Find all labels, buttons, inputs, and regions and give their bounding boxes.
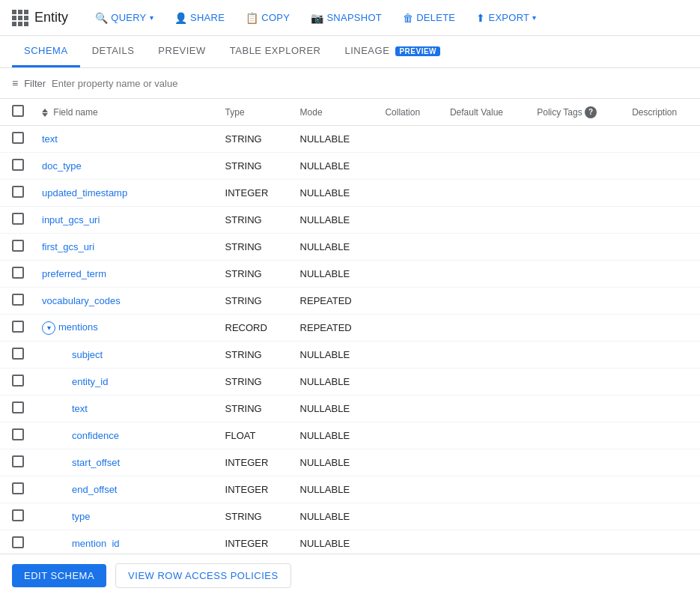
snapshot-button[interactable]: 📷 SNAPSHOT [302, 7, 391, 28]
tab-table-explorer[interactable]: TABLE EXPLORER [218, 36, 333, 67]
field-mode: NULLABLE [291, 207, 377, 234]
share-button[interactable]: 👤 SHARE [165, 7, 234, 28]
field-name-link[interactable]: mention_id [72, 538, 120, 548]
field-name-link[interactable]: text [72, 403, 88, 414]
row-checkbox[interactable] [12, 348, 24, 360]
table-row: textSTRINGNULLABLE [0, 126, 700, 153]
filter-icon: ≡ [12, 77, 18, 89]
field-mode: NULLABLE [291, 153, 377, 180]
delete-button[interactable]: 🗑 DELETE [394, 7, 464, 28]
table-row: vocabulary_codesSTRINGREPEATED [0, 288, 700, 315]
tab-details[interactable]: DETAILS [80, 36, 147, 67]
query-button[interactable]: 🔍 QUERY ▾ [86, 7, 162, 28]
row-checkbox[interactable] [12, 482, 24, 494]
table-row: preferred_termSTRINGNULLABLE [0, 261, 700, 288]
field-mode: NULLABLE [291, 530, 377, 549]
row-checkbox[interactable] [12, 401, 24, 413]
field-description [623, 396, 700, 422]
field-collation [376, 503, 440, 530]
row-checkbox[interactable] [12, 321, 24, 333]
field-policy-tags [528, 503, 623, 530]
row-checkbox[interactable] [12, 159, 24, 171]
field-description [623, 180, 700, 207]
tab-schema[interactable]: SCHEMA [12, 36, 80, 67]
policy-tags-column-header: Policy Tags ? [528, 99, 623, 126]
field-name-link[interactable]: vocabulary_codes [42, 295, 121, 306]
field-policy-tags [528, 261, 623, 288]
field-description [623, 503, 700, 530]
row-checkbox[interactable] [12, 294, 24, 306]
field-mode: NULLABLE [291, 422, 377, 449]
field-default-value [441, 126, 528, 153]
field-name-link[interactable]: doc_type [42, 160, 82, 172]
field-policy-tags [528, 396, 623, 422]
field-type: STRING [216, 207, 291, 234]
field-name-link[interactable]: confidence [72, 430, 119, 441]
row-checkbox[interactable] [12, 455, 24, 467]
field-type: STRING [216, 126, 291, 153]
field-mode: REPEATED [291, 288, 377, 315]
field-collation [376, 449, 440, 476]
field-name-link[interactable]: input_gcs_uri [42, 214, 100, 225]
mode-column-header: Mode [291, 99, 377, 126]
field-name-link[interactable]: start_offset [72, 457, 120, 468]
app-title: Entity [34, 10, 68, 25]
select-all-checkbox[interactable] [12, 105, 24, 117]
upload-icon: ⬆ [476, 12, 485, 24]
row-checkbox[interactable] [12, 428, 24, 440]
field-type: STRING [216, 369, 291, 396]
view-row-access-policies-button[interactable]: VIEW ROW ACCESS POLICIES [115, 563, 291, 588]
field-name-link[interactable]: type [72, 511, 91, 522]
checkbox-column-header [0, 99, 33, 126]
field-name-link[interactable]: subject [72, 349, 103, 360]
row-checkbox[interactable] [12, 509, 24, 521]
field-name-link[interactable]: text [42, 133, 58, 145]
table-row: doc_typeSTRINGNULLABLE [0, 153, 700, 180]
field-name-link[interactable]: first_gcs_uri [42, 241, 94, 252]
tab-lineage[interactable]: LINEAGE PREVIEW [332, 36, 452, 67]
row-checkbox[interactable] [12, 536, 24, 548]
field-description [623, 476, 700, 503]
row-checkbox[interactable] [12, 186, 24, 198]
field-policy-tags [528, 369, 623, 396]
row-checkbox[interactable] [12, 132, 24, 144]
field-mode: NULLABLE [291, 503, 377, 530]
table-header-row: Field name Type Mode Collation Default V… [0, 99, 700, 126]
field-collation [376, 153, 440, 180]
copy-button[interactable]: 📋 COPY [237, 7, 299, 28]
chevron-down-icon: ▾ [150, 13, 153, 22]
row-checkbox[interactable] [12, 267, 24, 279]
export-button[interactable]: ⬆ EXPORT ▾ [467, 7, 545, 28]
field-name-link[interactable]: entity_id [72, 376, 108, 387]
field-description [623, 449, 700, 476]
row-checkbox[interactable] [12, 213, 24, 225]
row-checkbox[interactable] [12, 375, 24, 387]
field-collation [376, 369, 440, 396]
field-type: FLOAT [216, 422, 291, 449]
tab-bar: SCHEMA DETAILS PREVIEW TABLE EXPLORER LI… [0, 36, 700, 68]
field-default-value [441, 503, 528, 530]
field-collation [376, 342, 440, 369]
tab-preview[interactable]: PREVIEW [146, 36, 217, 67]
field-name-link[interactable]: mentions [58, 321, 98, 333]
field-description [623, 153, 700, 180]
expand-button[interactable]: ▾ [42, 321, 55, 335]
edit-schema-button[interactable]: EDIT SCHEMA [12, 564, 106, 587]
policy-tags-help-icon[interactable]: ? [585, 106, 597, 118]
field-name-link[interactable]: end_offset [72, 484, 117, 495]
field-policy-tags [528, 422, 623, 449]
field-description [623, 342, 700, 369]
field-name-column-header[interactable]: Field name [33, 99, 216, 126]
row-checkbox[interactable] [12, 240, 24, 252]
field-collation [376, 315, 440, 342]
field-collation [376, 288, 440, 315]
field-default-value [441, 180, 528, 207]
table-row: input_gcs_uriSTRINGNULLABLE [0, 207, 700, 234]
filter-input[interactable] [52, 78, 688, 89]
field-name-link[interactable]: updated_timestamp [42, 187, 127, 199]
filter-bar: ≡ Filter [0, 68, 700, 99]
field-mode: NULLABLE [291, 342, 377, 369]
field-description [623, 126, 700, 153]
field-name-link[interactable]: preferred_term [42, 268, 106, 279]
field-description [623, 369, 700, 396]
